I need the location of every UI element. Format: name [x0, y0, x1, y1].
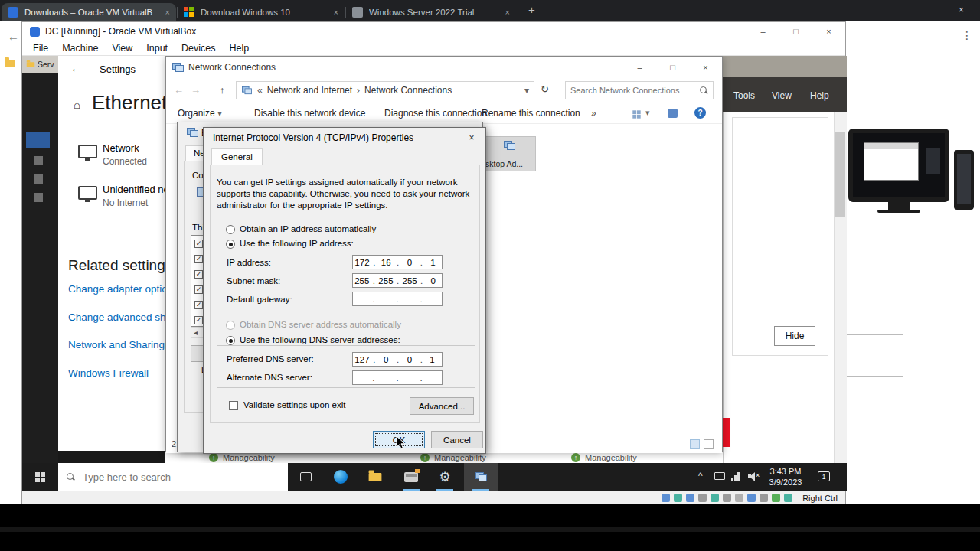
address-dropdown-icon[interactable]: ▾ [524, 85, 529, 96]
taskbar-search-input[interactable] [83, 471, 280, 483]
server-manager-menu-view[interactable]: View [772, 90, 792, 101]
vbox-menu-help[interactable]: Help [223, 43, 256, 54]
browser-tab-windows10[interactable]: Download Windows 10 × [178, 3, 345, 21]
checkbox-checked-icon[interactable]: ✓ [194, 316, 203, 324]
ipv4-close-button[interactable]: × [461, 129, 482, 146]
vbox-hdd-status-icon[interactable] [662, 494, 670, 502]
help-icon[interactable]: ? [694, 107, 706, 119]
server-manager-menu-tools[interactable]: Tools [733, 90, 755, 101]
rename-connection-button[interactable]: Rename this connection [482, 108, 580, 119]
radio-use-dns-label[interactable]: Use the following DNS server addresses: [240, 335, 400, 344]
manageability-tile[interactable]: ↑ Manageability [209, 453, 275, 462]
alternate-dns-field[interactable]: ... [352, 370, 443, 385]
start-button[interactable] [22, 463, 57, 491]
vbox-audio-status-icon[interactable] [686, 494, 694, 502]
address-box[interactable]: « Network and Internet › Network Connect… [236, 81, 534, 99]
scrollbar-thumb[interactable] [835, 132, 845, 217]
vbox-menu-view[interactable]: View [105, 43, 139, 54]
vbox-menu-machine[interactable]: Machine [55, 43, 105, 54]
file-explorer-button[interactable] [358, 463, 392, 491]
settings-back-icon[interactable]: ← [70, 62, 81, 74]
notification-center-icon[interactable]: 1 [818, 471, 830, 481]
link-change-adapter-options[interactable]: Change adapter options [68, 283, 178, 295]
vbox-minimize-button[interactable]: – [746, 21, 779, 42]
view-tiles-icon[interactable] [632, 110, 640, 118]
diagnose-connection-button[interactable]: Diagnose this connection [384, 108, 487, 119]
vbox-keyboard-status-icon[interactable] [784, 494, 792, 502]
radio-use-dns[interactable] [226, 336, 235, 345]
tray-network-icon[interactable] [731, 471, 742, 481]
radio-obtain-ip[interactable] [226, 225, 235, 234]
view-list-toggle[interactable] [690, 439, 700, 449]
new-tab-button[interactable]: + [528, 3, 535, 16]
preferred-dns-field[interactable]: 127.0.0.1 [352, 352, 443, 367]
hide-button[interactable]: Hide [774, 326, 815, 346]
vbox-maximize-button[interactable]: □ [779, 21, 812, 42]
network-connections-taskbar-button[interactable] [464, 463, 498, 491]
radio-use-ip-label[interactable]: Use the following IP address: [240, 239, 354, 248]
browser-menu-icon[interactable]: ⋮ [962, 29, 972, 41]
manageability-tile[interactable]: ↑ Manageability [420, 453, 486, 462]
tab-close-icon[interactable]: × [329, 8, 338, 17]
nav-up-icon[interactable]: ↑ [220, 84, 225, 96]
refresh-icon[interactable]: ↻ [541, 83, 549, 95]
vbox-usb-status-icon[interactable] [710, 494, 719, 502]
subnet-mask-field[interactable]: 255.255.255.0 [352, 273, 443, 288]
vbox-optical-status-icon[interactable] [674, 494, 682, 502]
checkbox-checked-icon[interactable]: ✓ [194, 240, 203, 248]
link-windows-firewall[interactable]: Windows Firewall [68, 367, 149, 379]
tray-volume-muted-icon[interactable]: × [748, 471, 762, 481]
vbox-menu-devices[interactable]: Devices [175, 43, 222, 54]
ip-address-field[interactable]: 172.16.0.1 [352, 255, 443, 269]
view-details-toggle[interactable] [704, 439, 714, 449]
preview-pane-icon[interactable] [668, 109, 678, 118]
vbox-close-button[interactable]: × [812, 21, 845, 42]
tab-close-icon[interactable]: × [161, 8, 170, 17]
disable-device-button[interactable]: Disable this network device [254, 108, 365, 119]
taskbar-clock[interactable]: 3:43 PM 3/9/2023 [763, 466, 808, 487]
settings-gear-button[interactable]: ⚙ [428, 463, 462, 491]
nav-forward-icon[interactable]: → [191, 84, 201, 96]
checkbox-checked-icon[interactable]: ✓ [194, 285, 203, 294]
search-input[interactable] [570, 86, 699, 95]
browser-back-icon[interactable]: ← [8, 30, 19, 43]
breadcrumb-network-and-internet[interactable]: Network and Internet [267, 85, 352, 96]
netconn-minimize-button[interactable]: – [623, 57, 656, 78]
advanced-button[interactable]: Advanced... [410, 397, 474, 415]
checkbox-checked-icon[interactable]: ✓ [194, 270, 203, 279]
vbox-network-status-icon[interactable] [698, 494, 707, 502]
vbox-recording-status-icon[interactable] [747, 494, 756, 502]
checkbox-checked-icon[interactable]: ✓ [194, 301, 203, 309]
browser-tab-downloads[interactable]: Downloads – Oracle VM VirtualB × [2, 3, 176, 21]
tabbar-close-icon[interactable]: × [959, 5, 964, 15]
server-manager-menu-help[interactable]: Help [810, 90, 829, 101]
checkbox-checked-icon[interactable]: ✓ [194, 255, 203, 263]
cancel-button[interactable]: Cancel [431, 431, 483, 448]
tray-expand-icon[interactable]: ^ [698, 471, 703, 481]
vbox-menu-file[interactable]: File [26, 43, 55, 54]
vbox-menu-input[interactable]: Input [139, 43, 175, 54]
validate-checkbox[interactable] [229, 401, 238, 410]
search-box[interactable] [565, 81, 714, 99]
tray-display-icon[interactable] [714, 472, 725, 480]
toolbar-more-icon[interactable]: » [591, 108, 596, 119]
netconn-close-button[interactable]: × [689, 57, 722, 78]
default-gateway-field[interactable]: ... [352, 292, 443, 306]
vbox-features-status-icon[interactable] [760, 494, 768, 502]
adapter-tile[interactable]: sktop Ad... [482, 136, 536, 171]
breadcrumb-network-connections[interactable]: Network Connections [364, 85, 452, 96]
vbox-sharedfolders-status-icon[interactable] [723, 494, 731, 502]
organize-button[interactable]: Organize ▾ [178, 108, 222, 119]
radio-use-ip[interactable] [226, 240, 235, 249]
browser-tab-server2022[interactable]: Windows Server 2022 Trial × [346, 3, 516, 21]
validate-checkbox-label[interactable]: Validate settings upon exit [243, 400, 345, 409]
edge-button[interactable] [324, 463, 358, 491]
radio-obtain-ip-label[interactable]: Obtain an IP address automatically [240, 224, 376, 233]
task-view-button[interactable] [289, 463, 322, 491]
nav-back-icon[interactable]: ← [174, 84, 184, 96]
server-manager-button[interactable] [394, 463, 428, 491]
taskbar-search-box[interactable] [58, 463, 288, 491]
tab-general[interactable]: General [211, 148, 263, 165]
vbox-display-status-icon[interactable] [735, 494, 743, 502]
manageability-tile[interactable]: ↑ Manageability [571, 453, 637, 462]
